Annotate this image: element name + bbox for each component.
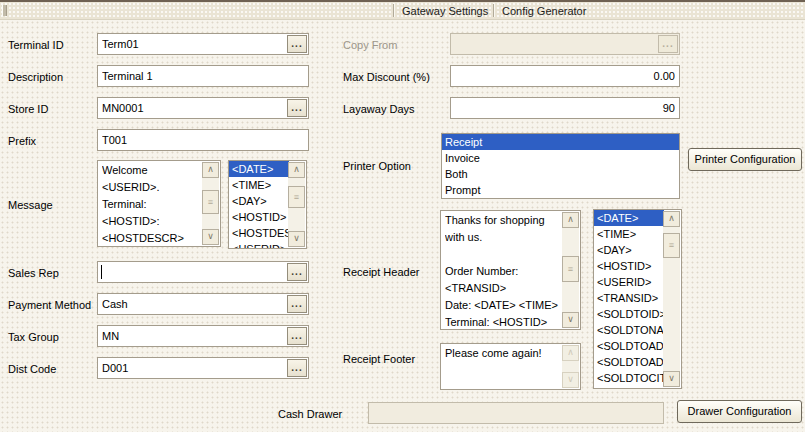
dist-code-field[interactable]: D001 ...	[97, 357, 309, 379]
terminal-settings-window: Gateway Settings Config Generator Termin…	[0, 0, 805, 432]
description-label: Description	[8, 70, 63, 84]
list-item[interactable]: <DAY>	[229, 193, 289, 209]
message-token-listbox[interactable]: <DATE> <TIME> <DAY> <HOSTID> <HOSTDESCR>…	[228, 160, 307, 249]
store-id-browse-button[interactable]: ...	[287, 99, 307, 117]
payment-method-browse-button[interactable]: ...	[287, 295, 307, 313]
tax-group-field[interactable]: MN ...	[97, 325, 309, 347]
list-item[interactable]: <TIME>	[229, 177, 289, 193]
list-item[interactable]: <SOLDTOADDR2>	[594, 354, 664, 370]
list-item[interactable]: <DATE>	[594, 210, 664, 226]
prefix-label: Prefix	[8, 134, 36, 148]
scroll-down-icon[interactable]: ∨	[562, 312, 579, 328]
list-item[interactable]: <TRANSID>	[594, 290, 664, 306]
receipt-header-scrollbar[interactable]: ∧ ≡ ∨	[562, 212, 579, 328]
scroll-up-icon[interactable]: ∧	[562, 212, 579, 228]
scroll-down-icon: ∨	[562, 372, 579, 388]
toolbar-separator	[393, 4, 395, 17]
list-item[interactable]: <SOLDTOID>	[594, 306, 664, 322]
store-id-field[interactable]: MN0001 ...	[97, 97, 309, 119]
terminal-id-label: Terminal ID	[8, 38, 64, 52]
list-item[interactable]: <USERID>	[594, 274, 664, 290]
printer-option-label: Printer Option	[343, 159, 411, 173]
copy-from-label: Copy From	[343, 38, 397, 52]
list-item[interactable]: <HOSTID>	[594, 258, 664, 274]
ellipsis-icon: ...	[288, 103, 306, 112]
layaway-days-field[interactable]: 90	[450, 97, 680, 119]
scroll-down-icon[interactable]: ∨	[202, 229, 219, 245]
store-id-label: Store ID	[8, 102, 48, 116]
terminal-id-field[interactable]: Term01 ...	[97, 33, 309, 55]
tax-group-browse-button[interactable]: ...	[287, 327, 307, 345]
list-item[interactable]: Prompt	[442, 182, 679, 198]
receipt-footer-label: Receipt Footer	[343, 352, 415, 366]
receipt-header-token-listbox[interactable]: <DATE> <TIME> <DAY> <HOSTID> <USERID> <T…	[593, 209, 682, 389]
dist-code-label: Dist Code	[8, 362, 56, 376]
toolbar-grip-handle[interactable]	[2, 5, 7, 16]
message-scrollbar[interactable]: ∧ ≡ ∨	[202, 162, 219, 245]
scroll-up-icon[interactable]: ∧	[663, 211, 680, 227]
scrollbar-thumb[interactable]: ≡	[663, 233, 680, 258]
layaway-days-label: Layaway Days	[343, 102, 415, 116]
terminal-id-browse-button[interactable]: ...	[287, 35, 307, 53]
payment-method-field[interactable]: Cash ...	[97, 293, 309, 315]
printer-configuration-button[interactable]: Printer Configuration	[688, 148, 802, 171]
sales-rep-browse-button[interactable]: ...	[287, 263, 307, 281]
ellipsis-icon: ...	[659, 39, 677, 48]
toolbar-item-config-generator[interactable]: Config Generator	[496, 3, 592, 19]
ellipsis-icon: ...	[288, 331, 306, 340]
list-item[interactable]: <HOSTDESCR>	[229, 225, 289, 241]
toolbar-item-gateway-settings[interactable]: Gateway Settings	[396, 3, 494, 19]
scroll-down-icon[interactable]: ∨	[663, 371, 680, 387]
receipt-header-token-scrollbar[interactable]: ∧ ≡ ∨	[663, 211, 680, 387]
receipt-footer-scrollbar[interactable]: ∧ ∨	[562, 345, 579, 388]
list-item[interactable]: <TIME>	[594, 226, 664, 242]
message-label: Message	[8, 198, 53, 212]
sales-rep-label: Sales Rep	[8, 266, 59, 280]
message-textbox[interactable]: Welcome <USERID>. Terminal: <HOSTID>: <H…	[97, 160, 221, 247]
list-item[interactable]: <DAY>	[594, 242, 664, 258]
printer-option-listbox[interactable]: Receipt Invoice Both Prompt	[441, 133, 680, 199]
dist-code-browse-button[interactable]: ...	[287, 359, 307, 377]
list-item[interactable]: <SOLDTONAME>	[594, 322, 664, 338]
sales-rep-field[interactable]: ...	[97, 261, 309, 283]
list-item[interactable]: Receipt	[442, 134, 679, 150]
top-toolbar: Gateway Settings Config Generator	[0, 0, 805, 20]
ellipsis-icon: ...	[288, 299, 306, 308]
receipt-header-label: Receipt Header	[343, 265, 419, 279]
max-discount-field[interactable]: 0.00	[450, 65, 680, 87]
message-token-scrollbar[interactable]: ∧ ≡ ∨	[288, 162, 305, 247]
list-item[interactable]: <HOSTID>	[229, 209, 289, 225]
copy-from-browse-button: ...	[658, 35, 678, 53]
scrollbar-thumb[interactable]: ≡	[562, 256, 579, 282]
list-item[interactable]: <SOLDTOADDR1>	[594, 338, 664, 354]
scroll-up-icon[interactable]: ∧	[202, 162, 219, 178]
copy-from-field: ...	[450, 33, 680, 55]
receipt-header-textbox[interactable]: Thanks for shopping with us. Order Numbe…	[440, 210, 581, 330]
scrollbar-thumb[interactable]: ≡	[202, 190, 219, 214]
scroll-up-icon: ∧	[562, 345, 579, 361]
receipt-footer-textbox[interactable]: Please come again! ∧ ∨	[440, 343, 581, 390]
list-item[interactable]: <DATE>	[229, 161, 289, 177]
scrollbar-thumb[interactable]: ≡	[288, 186, 305, 208]
toolbar-separator	[493, 4, 495, 17]
scroll-up-icon[interactable]: ∧	[288, 162, 305, 178]
ellipsis-icon: ...	[288, 39, 306, 48]
scroll-down-icon[interactable]: ∨	[288, 231, 305, 247]
drawer-configuration-button[interactable]: Drawer Configuration	[677, 400, 802, 423]
prefix-field[interactable]: T001	[97, 129, 309, 151]
list-item[interactable]: <SOLDTOCITY>	[594, 370, 664, 386]
payment-method-label: Payment Method	[8, 298, 91, 312]
cash-drawer-field	[368, 402, 664, 424]
cash-drawer-label: Cash Drawer	[278, 407, 342, 421]
max-discount-label: Max Discount (%)	[343, 70, 430, 84]
tax-group-label: Tax Group	[8, 330, 59, 344]
ellipsis-icon: ...	[288, 267, 306, 276]
description-field[interactable]: Terminal 1	[97, 65, 309, 87]
list-item[interactable]: <USERID>	[229, 241, 289, 248]
list-item[interactable]: Invoice	[442, 150, 679, 166]
ellipsis-icon: ...	[288, 363, 306, 372]
list-item[interactable]: Both	[442, 166, 679, 182]
